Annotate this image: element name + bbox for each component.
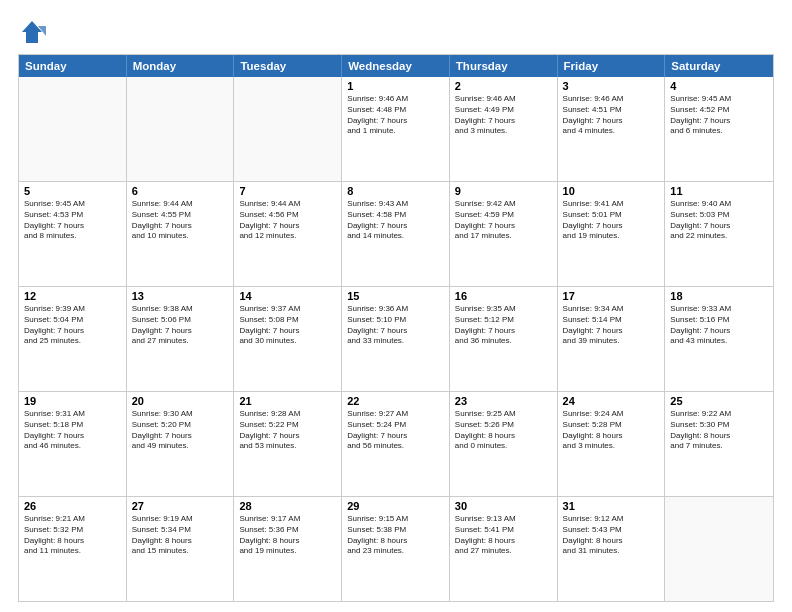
day-info: Sunrise: 9:39 AM Sunset: 5:04 PM Dayligh…: [24, 304, 121, 347]
day-number: 1: [347, 80, 444, 92]
calendar-cell: 8Sunrise: 9:43 AM Sunset: 4:58 PM Daylig…: [342, 182, 450, 286]
calendar-row: 5Sunrise: 9:45 AM Sunset: 4:53 PM Daylig…: [19, 181, 773, 286]
calendar-cell: 15Sunrise: 9:36 AM Sunset: 5:10 PM Dayli…: [342, 287, 450, 391]
cal-header-cell: Thursday: [450, 55, 558, 77]
calendar: SundayMondayTuesdayWednesdayThursdayFrid…: [18, 54, 774, 602]
day-number: 25: [670, 395, 768, 407]
calendar-cell: 20Sunrise: 9:30 AM Sunset: 5:20 PM Dayli…: [127, 392, 235, 496]
calendar-cell: 19Sunrise: 9:31 AM Sunset: 5:18 PM Dayli…: [19, 392, 127, 496]
day-info: Sunrise: 9:36 AM Sunset: 5:10 PM Dayligh…: [347, 304, 444, 347]
calendar-cell: 9Sunrise: 9:42 AM Sunset: 4:59 PM Daylig…: [450, 182, 558, 286]
calendar-cell: 16Sunrise: 9:35 AM Sunset: 5:12 PM Dayli…: [450, 287, 558, 391]
calendar-row: 12Sunrise: 9:39 AM Sunset: 5:04 PM Dayli…: [19, 286, 773, 391]
header: [18, 18, 774, 46]
day-info: Sunrise: 9:45 AM Sunset: 4:52 PM Dayligh…: [670, 94, 768, 137]
day-info: Sunrise: 9:44 AM Sunset: 4:55 PM Dayligh…: [132, 199, 229, 242]
day-number: 3: [563, 80, 660, 92]
day-info: Sunrise: 9:35 AM Sunset: 5:12 PM Dayligh…: [455, 304, 552, 347]
day-info: Sunrise: 9:31 AM Sunset: 5:18 PM Dayligh…: [24, 409, 121, 452]
day-number: 10: [563, 185, 660, 197]
day-number: 11: [670, 185, 768, 197]
calendar-cell: 14Sunrise: 9:37 AM Sunset: 5:08 PM Dayli…: [234, 287, 342, 391]
cal-header-cell: Friday: [558, 55, 666, 77]
calendar-row: 26Sunrise: 9:21 AM Sunset: 5:32 PM Dayli…: [19, 496, 773, 601]
day-info: Sunrise: 9:13 AM Sunset: 5:41 PM Dayligh…: [455, 514, 552, 557]
day-number: 18: [670, 290, 768, 302]
day-info: Sunrise: 9:40 AM Sunset: 5:03 PM Dayligh…: [670, 199, 768, 242]
day-info: Sunrise: 9:41 AM Sunset: 5:01 PM Dayligh…: [563, 199, 660, 242]
day-number: 26: [24, 500, 121, 512]
day-info: Sunrise: 9:42 AM Sunset: 4:59 PM Dayligh…: [455, 199, 552, 242]
cal-header-cell: Sunday: [19, 55, 127, 77]
day-info: Sunrise: 9:46 AM Sunset: 4:51 PM Dayligh…: [563, 94, 660, 137]
day-number: 22: [347, 395, 444, 407]
day-number: 31: [563, 500, 660, 512]
day-number: 17: [563, 290, 660, 302]
day-info: Sunrise: 9:12 AM Sunset: 5:43 PM Dayligh…: [563, 514, 660, 557]
day-info: Sunrise: 9:43 AM Sunset: 4:58 PM Dayligh…: [347, 199, 444, 242]
calendar-cell: 2Sunrise: 9:46 AM Sunset: 4:49 PM Daylig…: [450, 77, 558, 181]
day-number: 9: [455, 185, 552, 197]
day-info: Sunrise: 9:25 AM Sunset: 5:26 PM Dayligh…: [455, 409, 552, 452]
calendar-cell: 4Sunrise: 9:45 AM Sunset: 4:52 PM Daylig…: [665, 77, 773, 181]
day-number: 14: [239, 290, 336, 302]
calendar-cell: 18Sunrise: 9:33 AM Sunset: 5:16 PM Dayli…: [665, 287, 773, 391]
cal-header-cell: Tuesday: [234, 55, 342, 77]
day-info: Sunrise: 9:15 AM Sunset: 5:38 PM Dayligh…: [347, 514, 444, 557]
day-info: Sunrise: 9:34 AM Sunset: 5:14 PM Dayligh…: [563, 304, 660, 347]
day-number: 30: [455, 500, 552, 512]
calendar-cell: 3Sunrise: 9:46 AM Sunset: 4:51 PM Daylig…: [558, 77, 666, 181]
day-number: 6: [132, 185, 229, 197]
day-info: Sunrise: 9:27 AM Sunset: 5:24 PM Dayligh…: [347, 409, 444, 452]
day-number: 29: [347, 500, 444, 512]
day-info: Sunrise: 9:45 AM Sunset: 4:53 PM Dayligh…: [24, 199, 121, 242]
calendar-cell: 11Sunrise: 9:40 AM Sunset: 5:03 PM Dayli…: [665, 182, 773, 286]
day-info: Sunrise: 9:21 AM Sunset: 5:32 PM Dayligh…: [24, 514, 121, 557]
calendar-cell: 28Sunrise: 9:17 AM Sunset: 5:36 PM Dayli…: [234, 497, 342, 601]
calendar-cell: [19, 77, 127, 181]
day-number: 19: [24, 395, 121, 407]
day-number: 16: [455, 290, 552, 302]
day-info: Sunrise: 9:46 AM Sunset: 4:49 PM Dayligh…: [455, 94, 552, 137]
day-info: Sunrise: 9:33 AM Sunset: 5:16 PM Dayligh…: [670, 304, 768, 347]
day-number: 8: [347, 185, 444, 197]
logo-icon: [18, 18, 46, 46]
calendar-cell: [234, 77, 342, 181]
day-number: 21: [239, 395, 336, 407]
calendar-cell: 26Sunrise: 9:21 AM Sunset: 5:32 PM Dayli…: [19, 497, 127, 601]
day-number: 20: [132, 395, 229, 407]
calendar-cell: 27Sunrise: 9:19 AM Sunset: 5:34 PM Dayli…: [127, 497, 235, 601]
day-info: Sunrise: 9:44 AM Sunset: 4:56 PM Dayligh…: [239, 199, 336, 242]
svg-marker-0: [22, 21, 42, 43]
day-info: Sunrise: 9:37 AM Sunset: 5:08 PM Dayligh…: [239, 304, 336, 347]
day-info: Sunrise: 9:24 AM Sunset: 5:28 PM Dayligh…: [563, 409, 660, 452]
day-number: 4: [670, 80, 768, 92]
day-info: Sunrise: 9:38 AM Sunset: 5:06 PM Dayligh…: [132, 304, 229, 347]
calendar-cell: 5Sunrise: 9:45 AM Sunset: 4:53 PM Daylig…: [19, 182, 127, 286]
day-number: 13: [132, 290, 229, 302]
cal-header-cell: Monday: [127, 55, 235, 77]
calendar-cell: 17Sunrise: 9:34 AM Sunset: 5:14 PM Dayli…: [558, 287, 666, 391]
calendar-cell: 29Sunrise: 9:15 AM Sunset: 5:38 PM Dayli…: [342, 497, 450, 601]
day-info: Sunrise: 9:17 AM Sunset: 5:36 PM Dayligh…: [239, 514, 336, 557]
calendar-cell: 30Sunrise: 9:13 AM Sunset: 5:41 PM Dayli…: [450, 497, 558, 601]
cal-header-cell: Saturday: [665, 55, 773, 77]
logo: [18, 18, 50, 46]
calendar-row: 19Sunrise: 9:31 AM Sunset: 5:18 PM Dayli…: [19, 391, 773, 496]
calendar-cell: [127, 77, 235, 181]
calendar-header-row: SundayMondayTuesdayWednesdayThursdayFrid…: [19, 55, 773, 77]
day-info: Sunrise: 9:28 AM Sunset: 5:22 PM Dayligh…: [239, 409, 336, 452]
day-info: Sunrise: 9:30 AM Sunset: 5:20 PM Dayligh…: [132, 409, 229, 452]
day-number: 24: [563, 395, 660, 407]
calendar-cell: 23Sunrise: 9:25 AM Sunset: 5:26 PM Dayli…: [450, 392, 558, 496]
day-number: 5: [24, 185, 121, 197]
day-number: 12: [24, 290, 121, 302]
calendar-cell: 12Sunrise: 9:39 AM Sunset: 5:04 PM Dayli…: [19, 287, 127, 391]
day-number: 28: [239, 500, 336, 512]
calendar-cell: 22Sunrise: 9:27 AM Sunset: 5:24 PM Dayli…: [342, 392, 450, 496]
day-number: 23: [455, 395, 552, 407]
calendar-row: 1Sunrise: 9:46 AM Sunset: 4:48 PM Daylig…: [19, 77, 773, 181]
calendar-cell: 21Sunrise: 9:28 AM Sunset: 5:22 PM Dayli…: [234, 392, 342, 496]
calendar-cell: 13Sunrise: 9:38 AM Sunset: 5:06 PM Dayli…: [127, 287, 235, 391]
calendar-cell: [665, 497, 773, 601]
